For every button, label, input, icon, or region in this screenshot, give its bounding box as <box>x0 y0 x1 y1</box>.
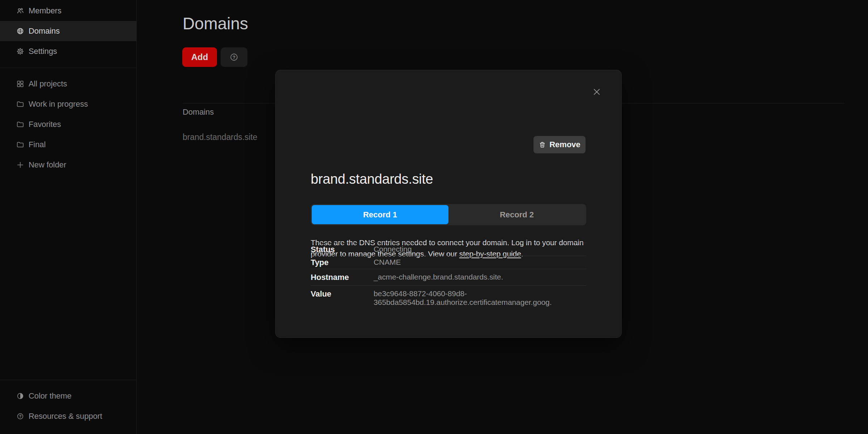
keyboard-shortcuts-button[interactable]: Keyboard shortcuts <box>0 429 137 434</box>
detail-label: Status <box>311 245 374 254</box>
domains-column-header: Domains <box>183 107 214 117</box>
folder-icon <box>16 120 25 129</box>
sidebar-item-settings[interactable]: Settings <box>0 41 137 61</box>
modal-close-button[interactable] <box>590 85 603 98</box>
resources-support-button[interactable]: ? Resources & support <box>0 406 137 426</box>
sidebar-footer-divider <box>0 380 136 380</box>
detail-value: be3c9648-8872-4060-89d8-365bda5854bd.19.… <box>374 289 586 307</box>
sidebar-item-final[interactable]: Final <box>0 135 137 155</box>
sidebar-item-domains[interactable]: Domains <box>0 21 137 41</box>
remove-button-label: Remove <box>549 140 580 149</box>
svg-text:?: ? <box>233 55 235 60</box>
sidebar-item-label: Members <box>29 6 61 16</box>
sidebar-item-label: Resources & support <box>29 412 102 421</box>
sidebar-item-label: Settings <box>29 47 57 56</box>
sidebar-item-label: Work in progress <box>29 99 88 109</box>
detail-value: _acme-challenge.brand.standards.site. <box>374 273 586 282</box>
members-icon <box>16 7 25 15</box>
plus-icon <box>16 161 25 169</box>
sidebar-item-label: All projects <box>29 79 67 89</box>
sidebar-item-label: Color theme <box>29 391 72 401</box>
folder-icon <box>16 100 25 109</box>
close-icon <box>590 85 603 98</box>
sidebar-divider <box>0 68 136 68</box>
gear-icon <box>16 47 25 56</box>
trash-icon <box>539 141 546 149</box>
sidebar-item-favorites[interactable]: Favorites <box>0 114 137 135</box>
help-button[interactable]: ? <box>221 47 247 67</box>
add-domain-button[interactable]: Add <box>182 47 217 67</box>
svg-text:?: ? <box>19 414 22 418</box>
tab-record-2[interactable]: Record 2 <box>448 205 585 224</box>
remove-domain-button[interactable]: Remove <box>533 136 586 153</box>
question-circle-icon: ? <box>229 52 239 62</box>
detail-label: Value <box>311 289 374 307</box>
detail-value: CNAME <box>374 258 586 267</box>
sidebar-item-all-projects[interactable]: All projects <box>0 74 137 94</box>
table-row: Status Connecting <box>311 243 586 256</box>
tab-record-1[interactable]: Record 1 <box>312 205 448 224</box>
sidebar-item-work-in-progress[interactable]: Work in progress <box>0 94 137 114</box>
detail-label: Type <box>311 258 374 267</box>
new-folder-button[interactable]: New folder <box>0 155 137 175</box>
folder-icon <box>16 140 25 149</box>
help-circle-icon: ? <box>16 412 25 421</box>
sidebar-item-members[interactable]: Members <box>0 1 137 21</box>
page-title: Domains <box>183 14 248 33</box>
modal-title: brand.standards.site <box>311 171 433 187</box>
app-screen: Members Domains Settings <box>0 0 868 434</box>
detail-label: Hostname <box>311 273 374 282</box>
table-row: Value be3c9648-8872-4060-89d8-365bda5854… <box>311 285 586 310</box>
domain-list-row[interactable]: brand.standards.site <box>183 132 257 142</box>
color-theme-button[interactable]: Color theme <box>0 386 137 406</box>
sidebar-item-label: New folder <box>29 160 66 170</box>
sidebar-item-label: Final <box>29 140 46 149</box>
record-details-table: Status Connecting Type CNAME Hostname _a… <box>311 243 586 310</box>
sidebar-item-label: Favorites <box>29 120 61 129</box>
domain-detail-modal: brand.standards.site Status Connecting R… <box>275 70 622 338</box>
table-row: Type CNAME <box>311 256 586 269</box>
sidebar-item-label: Domains <box>29 26 60 36</box>
record-tabs: Record 1 Record 2 <box>311 204 586 225</box>
table-row: Hostname _acme-challenge.brand.standards… <box>311 269 586 285</box>
globe-icon <box>16 27 25 35</box>
sidebar: Members Domains Settings <box>0 0 137 434</box>
grid-icon <box>16 80 25 88</box>
color-theme-icon <box>16 392 25 400</box>
detail-value: Connecting <box>374 245 586 254</box>
